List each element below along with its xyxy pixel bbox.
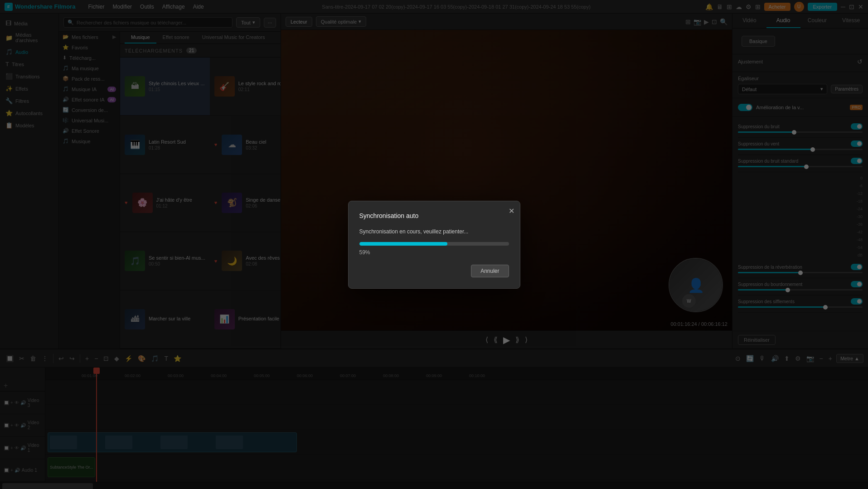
- modal-title: Synchronisation auto: [359, 212, 509, 219]
- modal-overlay: Synchronisation auto ✕ Synchronisation e…: [0, 0, 868, 489]
- modal-body: Synchronisation en cours, veuillez patie…: [359, 228, 509, 256]
- modal: Synchronisation auto ✕ Synchronisation e…: [348, 201, 520, 289]
- modal-close-button[interactable]: ✕: [509, 207, 514, 215]
- cancel-button[interactable]: Annuler: [471, 265, 509, 277]
- progress-bar-fill: [359, 242, 448, 246]
- modal-footer: Annuler: [359, 265, 509, 277]
- modal-message: Synchronisation en cours, veuillez patie…: [359, 228, 509, 235]
- progress-bar-bg: [359, 242, 509, 246]
- progress-pct: 59%: [359, 249, 509, 256]
